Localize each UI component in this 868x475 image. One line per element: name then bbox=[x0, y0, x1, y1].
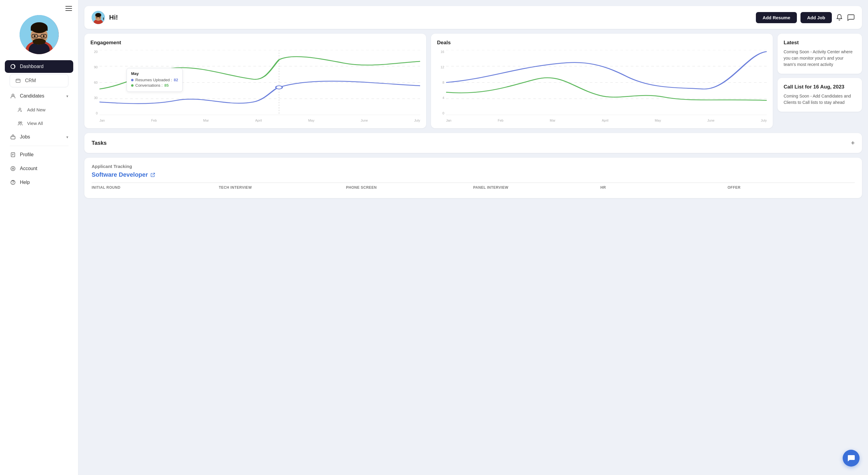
deals-y-axis: 0 4 8 12 16 bbox=[437, 50, 445, 115]
profile-icon bbox=[10, 152, 16, 158]
account-label: Account bbox=[20, 166, 68, 171]
job-title[interactable]: Software Developer bbox=[92, 171, 855, 178]
add-resume-button[interactable]: Add Resume bbox=[756, 12, 797, 23]
svg-rect-32 bbox=[103, 18, 104, 20]
view-all-icon bbox=[17, 121, 24, 126]
sidebar-item-dashboard[interactable]: Dashboard bbox=[5, 60, 73, 73]
resumes-dot bbox=[131, 79, 133, 81]
candidates-label: Candidates bbox=[20, 93, 63, 99]
conversations-val: 85 bbox=[164, 83, 168, 88]
call-list-body: Coming Soon - Add Candidates and Clients… bbox=[784, 93, 856, 106]
svg-point-11 bbox=[34, 35, 36, 37]
add-new-icon bbox=[17, 107, 24, 112]
header-left: Hi! bbox=[92, 11, 118, 24]
tooltip-month: May bbox=[131, 71, 178, 76]
latest-col: Latest Coming Soon - Activity Center whe… bbox=[778, 34, 862, 128]
call-list-card: Call List for 16 Aug, 2023 Coming Soon -… bbox=[778, 78, 862, 112]
crm-icon bbox=[15, 78, 22, 83]
sidebar-item-crm[interactable]: CRM bbox=[10, 74, 68, 87]
svg-rect-6 bbox=[31, 28, 48, 31]
user-avatar bbox=[20, 15, 59, 54]
resumes-val: 82 bbox=[174, 78, 178, 82]
chat-button[interactable] bbox=[847, 13, 855, 21]
engagement-tooltip: May Resumes Uploaded : 82 Conversations … bbox=[127, 68, 183, 92]
sidebar-item-candidates[interactable]: Candidates ▾ bbox=[5, 90, 73, 102]
sidebar-item-profile[interactable]: Profile bbox=[5, 148, 73, 161]
job-title-text: Software Developer bbox=[92, 171, 148, 178]
tasks-title: Tasks bbox=[92, 140, 107, 146]
svg-point-26 bbox=[12, 168, 14, 169]
deals-card: Deals 0 4 8 12 16 bbox=[431, 34, 773, 128]
sidebar-item-view-all[interactable]: View All bbox=[5, 117, 73, 129]
svg-rect-14 bbox=[16, 79, 20, 82]
applicant-tracking-card: Applicant Tracking Software Developer IN… bbox=[84, 158, 862, 198]
svg-point-25 bbox=[11, 166, 15, 171]
sidebar-item-help[interactable]: Help bbox=[5, 176, 73, 189]
svg-point-10 bbox=[33, 38, 46, 44]
deals-x-axis: Jan Feb Mar April May June July bbox=[446, 118, 767, 122]
resumes-label: Resumes Uploaded : bbox=[135, 78, 172, 82]
account-icon bbox=[10, 166, 16, 171]
svg-point-19 bbox=[19, 122, 20, 123]
candidates-icon bbox=[10, 93, 16, 99]
col-panel-interview: PANEL INTERVIEW bbox=[473, 182, 600, 192]
main-content: Hi! Add Resume Add Job Engagement bbox=[79, 0, 868, 475]
deals-svg bbox=[446, 50, 767, 115]
svg-point-16 bbox=[19, 108, 21, 110]
applicant-tracking-title: Applicant Tracking bbox=[92, 164, 855, 169]
svg-line-47 bbox=[153, 173, 155, 175]
col-phone-screen: PHONE SCREEN bbox=[346, 182, 473, 192]
deals-chart-wrapper: 0 4 8 12 16 Jan bbox=[437, 50, 767, 122]
external-link-icon bbox=[150, 172, 155, 177]
engagement-title: Engagement bbox=[90, 40, 420, 46]
sidebar-item-account[interactable]: Account bbox=[5, 162, 73, 175]
notifications-button[interactable] bbox=[835, 13, 843, 21]
svg-point-41 bbox=[276, 86, 282, 89]
candidates-arrow: ▾ bbox=[66, 94, 68, 98]
jobs-icon bbox=[10, 134, 16, 140]
engagement-card: Engagement 0 30 60 90 20 bbox=[84, 34, 426, 128]
svg-point-31 bbox=[95, 13, 101, 17]
svg-point-34 bbox=[99, 18, 100, 19]
tooltip-row-conversations: Conversations : 85 bbox=[131, 83, 178, 88]
charts-row: Engagement 0 30 60 90 20 bbox=[84, 34, 862, 128]
tracking-columns: INITIAL ROUND TECH INTERVIEW PHONE SCREE… bbox=[92, 182, 855, 192]
help-icon bbox=[10, 180, 16, 185]
col-tech-interview: TECH INTERVIEW bbox=[219, 182, 346, 192]
svg-rect-21 bbox=[11, 136, 15, 139]
add-job-button[interactable]: Add Job bbox=[801, 12, 832, 23]
chat-bubble-button[interactable] bbox=[843, 450, 860, 467]
jobs-arrow: ▾ bbox=[66, 135, 68, 139]
call-list-title: Call List for 16 Aug, 2023 bbox=[784, 84, 856, 90]
profile-label: Profile bbox=[20, 152, 68, 158]
conversations-label: Conversations : bbox=[135, 83, 162, 88]
jobs-label: Jobs bbox=[20, 134, 63, 140]
latest-card: Latest Coming Soon - Activity Center whe… bbox=[778, 34, 862, 74]
add-task-button[interactable]: + bbox=[851, 139, 855, 147]
engagement-chart-wrapper: 0 30 60 90 20 bbox=[90, 50, 420, 122]
latest-body: Coming Soon - Activity Center where you … bbox=[784, 49, 856, 68]
greeting-text: Hi! bbox=[109, 13, 118, 21]
svg-rect-22 bbox=[11, 152, 15, 157]
engagement-x-axis: Jan Feb Mar April May June July bbox=[99, 118, 420, 122]
col-hr: HR bbox=[600, 182, 727, 192]
deals-title: Deals bbox=[437, 40, 767, 46]
sidebar-item-jobs[interactable]: Jobs ▾ bbox=[5, 131, 73, 143]
svg-point-20 bbox=[21, 122, 22, 123]
header-avatar bbox=[92, 11, 105, 24]
view-all-label: View All bbox=[27, 121, 68, 126]
svg-point-12 bbox=[43, 35, 44, 37]
crm-label: CRM bbox=[25, 78, 63, 83]
sidebar-item-add-new[interactable]: Add New bbox=[5, 104, 73, 116]
sidebar: Dashboard CRM Candidates bbox=[0, 0, 79, 475]
tooltip-row-resumes: Resumes Uploaded : 82 bbox=[131, 78, 178, 82]
header-bar: Hi! Add Resume Add Job bbox=[84, 6, 862, 29]
header-actions: Add Resume Add Job bbox=[756, 12, 855, 23]
latest-title: Latest bbox=[784, 40, 856, 46]
hamburger-menu[interactable] bbox=[65, 6, 72, 11]
col-initial-round: INITIAL ROUND bbox=[92, 182, 219, 192]
svg-point-33 bbox=[96, 18, 97, 19]
engagement-y-axis: 0 30 60 90 20 bbox=[90, 50, 99, 115]
dashboard-label: Dashboard bbox=[20, 64, 68, 69]
help-label: Help bbox=[20, 180, 68, 185]
